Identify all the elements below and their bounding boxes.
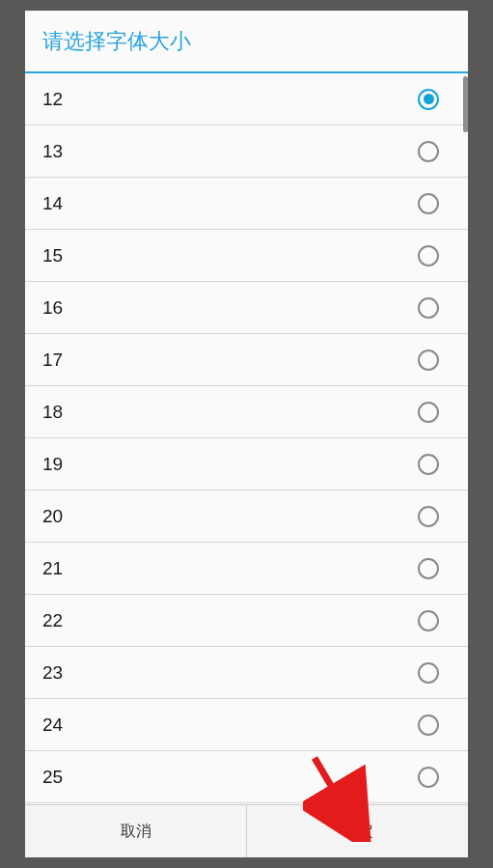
font-size-dialog: 请选择字体大小 1213141516171819202122232425 取消 … (25, 11, 468, 857)
option-label: 15 (42, 245, 63, 266)
option-item[interactable]: 21 (25, 543, 468, 595)
radio-icon[interactable] (418, 558, 439, 579)
options-list[interactable]: 1213141516171819202122232425 (25, 73, 468, 804)
option-item[interactable]: 13 (25, 126, 468, 178)
option-label: 13 (42, 141, 63, 162)
option-label: 20 (42, 506, 63, 527)
radio-icon[interactable] (418, 662, 439, 684)
option-item[interactable]: 23 (25, 647, 468, 699)
radio-icon[interactable] (418, 350, 439, 371)
radio-icon[interactable] (418, 245, 439, 266)
option-item[interactable]: 15 (25, 230, 468, 282)
button-bar: 取消 确定 (25, 804, 468, 857)
radio-icon[interactable] (418, 297, 439, 319)
option-label: 14 (42, 193, 63, 214)
option-label: 25 (42, 767, 63, 788)
radio-icon[interactable] (418, 767, 439, 788)
cancel-button[interactable]: 取消 (25, 805, 247, 857)
option-item[interactable]: 16 (25, 282, 468, 334)
option-label: 18 (42, 402, 63, 423)
option-label: 16 (42, 297, 63, 319)
option-item[interactable]: 20 (25, 490, 468, 543)
option-label: 22 (42, 610, 63, 631)
radio-icon[interactable] (418, 610, 439, 631)
radio-icon[interactable] (418, 506, 439, 527)
radio-icon[interactable] (418, 89, 439, 110)
option-label: 17 (42, 350, 63, 371)
option-item[interactable]: 19 (25, 438, 468, 490)
confirm-button[interactable]: 确定 (247, 805, 468, 857)
option-item[interactable]: 18 (25, 386, 468, 438)
option-item[interactable]: 24 (25, 699, 468, 751)
radio-icon[interactable] (418, 402, 439, 423)
radio-icon[interactable] (418, 454, 439, 475)
option-item[interactable]: 14 (25, 178, 468, 230)
option-label: 23 (42, 662, 63, 684)
dialog-title: 请选择字体大小 (25, 11, 468, 73)
option-label: 21 (42, 558, 63, 579)
option-item[interactable]: 12 (25, 73, 468, 126)
radio-icon[interactable] (418, 714, 439, 736)
option-label: 24 (42, 714, 63, 736)
option-label: 12 (42, 89, 63, 110)
option-item[interactable]: 17 (25, 334, 468, 386)
radio-icon[interactable] (418, 193, 439, 214)
option-item[interactable]: 25 (25, 751, 468, 803)
option-item[interactable]: 22 (25, 595, 468, 647)
option-label: 19 (42, 454, 63, 475)
radio-icon[interactable] (418, 141, 439, 162)
scrollbar-thumb[interactable] (463, 76, 468, 132)
